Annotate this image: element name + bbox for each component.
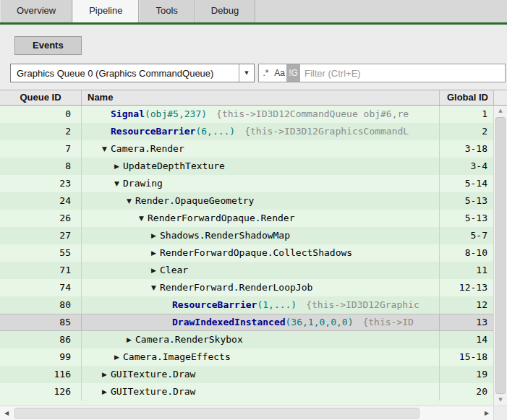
api-call-context: {this->ID [353, 314, 413, 331]
events-toolbar: Graphics Queue 0 (Graphics CommandQueue)… [10, 64, 506, 82]
global-id-cell: 2 [440, 123, 493, 140]
api-call-name: ResourceBarrier [111, 123, 195, 140]
window-tabbar: Overview Pipeline Tools Debug [0, 0, 507, 22]
expand-icon[interactable]: ▶ [111, 348, 123, 366]
event-row[interactable]: 55▶RenderForwardOpaque.CollectShadows8-1… [0, 244, 493, 262]
event-name-cell: DrawIndexedInstanced(36,1,0,0,0){this->I… [81, 314, 440, 331]
expand-icon[interactable]: ▶ [148, 244, 160, 262]
event-name-cell: ▶Clear [81, 262, 440, 279]
expand-icon[interactable]: ▶ [148, 262, 160, 279]
event-row[interactable]: 2ResourceBarrier(6,...){this->ID3D12Grap… [0, 123, 493, 140]
collapse-icon[interactable]: ▼ [98, 140, 111, 158]
event-row[interactable]: 0Signal(obj#5,237){this->ID3D12CommandQu… [0, 106, 493, 123]
queue-dropdown-button[interactable]: ▼ [239, 64, 254, 82]
event-row[interactable]: 86▶Camera.RenderSkybox14 [0, 331, 493, 348]
collapse-icon[interactable]: ▼ [123, 192, 135, 210]
queue-id-cell: 0 [0, 106, 81, 123]
vertical-scrollbar[interactable]: ▲ ▼ [493, 106, 507, 406]
scroll-right-button[interactable]: ▶ [480, 406, 493, 420]
event-row[interactable]: 99▶Camera.ImageEffects15-18 [0, 348, 493, 366]
queue-dropdown-value: Graphics Queue 0 (Graphics CommandQueue) [11, 68, 239, 79]
global-id-cell: 14 [440, 331, 493, 348]
api-call-params: (6,...) [195, 123, 235, 140]
global-id-cell: 13 [440, 314, 493, 331]
event-name-content: Signal(obj#5,237){this->ID3D12CommandQue… [82, 106, 409, 123]
event-name-cell: ▼Camera.Render [81, 140, 440, 158]
queue-dropdown[interactable]: Graphics Queue 0 (Graphics CommandQueue)… [10, 64, 255, 82]
api-call-params: (36,1,0,0,0) [286, 314, 354, 331]
expand-icon[interactable]: ▶ [98, 366, 111, 383]
collapse-icon[interactable]: ▼ [135, 210, 148, 227]
scrollbar-corner [493, 406, 507, 420]
event-row[interactable]: 27▶Shadows.RenderShadowMap5-7 [0, 227, 493, 244]
tab-tools[interactable]: Tools [139, 0, 194, 22]
renderdoc-window: { "window": { "tabs": [ {"label": "Overv… [0, 0, 507, 420]
event-row[interactable]: 116▶GUITexture.Draw19 [0, 366, 493, 383]
event-name-cell: ▶GUITexture.Draw [81, 366, 440, 383]
tab-pipeline[interactable]: Pipeline [72, 0, 139, 22]
event-row[interactable]: 71▶Clear11 [0, 262, 493, 279]
tab-overview[interactable]: Overview [0, 0, 72, 22]
column-header-name[interactable]: Name [81, 90, 440, 105]
event-row[interactable]: 8▶UpdateDepthTexture3-4 [0, 158, 493, 175]
event-row[interactable]: 24▼Render.OpaqueGeometry5-13 [0, 192, 493, 210]
api-call-name: ResourceBarrier [172, 296, 257, 314]
event-name-cell: ▼Render.OpaqueGeometry [81, 192, 440, 210]
expand-icon[interactable]: ▶ [98, 383, 111, 400]
queue-id-cell: 27 [0, 227, 81, 244]
horizontal-scrollbar[interactable]: ◀ ▶ [0, 406, 507, 420]
regex-toggle[interactable]: .* [259, 64, 273, 82]
queue-id-cell: 85 [0, 314, 81, 331]
expand-icon[interactable]: ▶ [148, 227, 160, 244]
api-call-params: (1,...) [257, 296, 297, 314]
horizontal-scroll-track[interactable] [13, 406, 480, 420]
queue-id-cell: 55 [0, 244, 81, 262]
queue-id-cell: 116 [0, 366, 81, 383]
queue-id-cell: 2 [0, 123, 81, 140]
scroll-up-icon[interactable]: ▲ [494, 106, 507, 116]
marker-label: RenderForwardOpaque.CollectShadows [160, 244, 352, 262]
column-header-queue-id[interactable]: Queue ID [0, 90, 81, 105]
expand-icon[interactable]: ▶ [111, 158, 123, 175]
queue-id-cell: 8 [0, 158, 81, 175]
event-row[interactable]: 85DrawIndexedInstanced(36,1,0,0,0){this-… [0, 314, 493, 331]
horizontal-scroll-thumb[interactable] [14, 408, 419, 419]
expand-icon[interactable]: ▶ [123, 331, 135, 348]
event-row[interactable]: 7▼Camera.Render3-18 [0, 140, 493, 158]
chevron-down-icon: ▼ [244, 70, 248, 76]
event-name-content: ResourceBarrier(6,...){this->ID3D12Graph… [82, 123, 409, 140]
collapse-icon[interactable]: ▼ [148, 279, 160, 296]
scroll-down-icon[interactable]: ▼ [494, 395, 507, 406]
marker-label: Camera.RenderSkybox [135, 331, 243, 348]
tab-debug[interactable]: Debug [195, 0, 255, 22]
marker-label: GUITexture.Draw [111, 383, 195, 400]
event-name-cell: Signal(obj#5,237){this->ID3D12CommandQue… [81, 106, 440, 123]
filter-input[interactable] [300, 64, 505, 82]
api-call-name: DrawIndexedInstanced [172, 314, 286, 331]
literal-match-toggle[interactable]: !G [286, 64, 300, 82]
tab-events[interactable]: Events [14, 36, 82, 55]
queue-id-cell: 23 [0, 175, 81, 192]
column-header-global-id[interactable]: Global ID [440, 90, 493, 105]
event-row[interactable]: 23▼Drawing5-14 [0, 175, 493, 192]
vertical-scroll-thumb[interactable] [495, 117, 506, 394]
event-name-cell: ResourceBarrier(1,...){this->ID3D12Graph… [81, 296, 440, 314]
event-row[interactable]: 126▶GUITexture.Draw20 [0, 383, 493, 400]
collapse-icon[interactable]: ▼ [111, 175, 123, 192]
event-name-content: ▶Shadows.RenderShadowMap [82, 227, 290, 244]
event-row[interactable]: 74▼RenderForward.RenderLoopJob12-13 [0, 279, 493, 296]
event-row[interactable]: 80ResourceBarrier(1,...){this->ID3D12Gra… [0, 296, 493, 314]
marker-label: Camera.Render [111, 140, 184, 158]
marker-label: Render.OpaqueGeometry [135, 192, 254, 210]
scroll-left-button[interactable]: ◀ [0, 406, 13, 420]
api-call-context: {this->ID3D12CommandQueue obj#6,re [207, 106, 409, 123]
global-id-cell: 15-18 [440, 348, 493, 366]
match-case-toggle[interactable]: Aa [273, 64, 286, 82]
event-name-cell: ▶GUITexture.Draw [81, 383, 440, 400]
marker-label: Camera.ImageEffects [123, 348, 231, 366]
event-row[interactable]: 26▼RenderForwardOpaque.Render5-13 [0, 210, 493, 227]
marker-label: Drawing [123, 175, 163, 192]
event-name-content: ▶Camera.ImageEffects [82, 348, 231, 366]
queue-id-cell: 99 [0, 348, 81, 366]
event-name-cell: ▶Camera.RenderSkybox [81, 331, 440, 348]
